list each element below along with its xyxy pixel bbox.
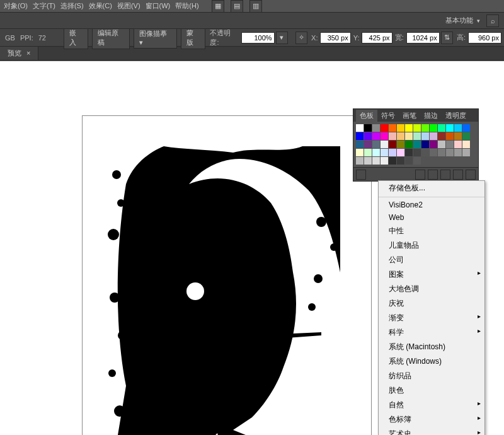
swatch[interactable] (389, 149, 396, 156)
swatch[interactable] (413, 124, 421, 132)
edit-original-button[interactable]: 编辑原稿 (92, 26, 130, 49)
swatch[interactable] (462, 132, 470, 140)
y-input[interactable]: 425 px (362, 32, 392, 44)
x-input[interactable]: 350 px (320, 32, 350, 44)
swatch[interactable] (397, 157, 404, 165)
menu-item[interactable]: Web (379, 211, 484, 224)
swatch[interactable] (372, 124, 380, 132)
swatch[interactable] (356, 141, 364, 148)
menu-item[interactable]: VisiBone2 (379, 199, 484, 211)
tab-symbols[interactable]: 符号 (377, 110, 399, 122)
swatch[interactable] (364, 132, 372, 140)
swatch[interactable] (364, 149, 372, 156)
swatch[interactable] (438, 141, 445, 148)
swatch[interactable] (356, 149, 364, 156)
swatch[interactable] (462, 149, 470, 156)
swatch[interactable] (413, 132, 421, 140)
menu-item[interactable]: 渐变 (379, 311, 484, 325)
menu-help[interactable]: 帮助(H) (175, 1, 198, 11)
swatch[interactable] (454, 141, 462, 148)
menu-item[interactable]: 中性 (379, 224, 484, 238)
swatch[interactable] (413, 157, 421, 165)
swatch[interactable] (397, 124, 404, 132)
menu-item[interactable]: 儿童物品 (379, 238, 484, 253)
swatch[interactable] (405, 157, 413, 165)
menu-item[interactable]: 科学 (379, 325, 484, 340)
swatch[interactable] (389, 132, 396, 140)
swatch[interactable] (397, 141, 404, 148)
menu-item[interactable]: 庆祝 (379, 296, 484, 311)
swatch[interactable] (438, 149, 445, 156)
workspace-switcher[interactable]: 基本功能 (445, 16, 473, 25)
opacity-input[interactable]: 100% (241, 32, 275, 44)
swatch[interactable] (454, 149, 462, 156)
swatch[interactable] (372, 157, 380, 165)
swatch[interactable] (372, 132, 380, 140)
menu-item[interactable]: 肤色 (379, 383, 484, 398)
transform-icon[interactable]: ✧ (295, 32, 307, 44)
delete-swatch-icon[interactable] (466, 170, 476, 180)
menu-item[interactable]: 艺术史 (379, 427, 484, 435)
swatch[interactable] (389, 157, 396, 165)
swatch[interactable] (381, 141, 388, 148)
opacity-more-icon[interactable]: ▾ (276, 32, 288, 44)
swatch[interactable] (364, 157, 372, 165)
menu-icon-2[interactable]: ▤ (231, 0, 243, 13)
swatch[interactable] (430, 124, 437, 132)
tab-stroke[interactable]: 描边 (420, 110, 442, 122)
swatch[interactable] (446, 141, 454, 148)
swatch[interactable] (462, 141, 470, 148)
swatch[interactable] (405, 141, 413, 148)
mask-button[interactable]: 蒙版 (181, 26, 205, 49)
swatch-options-icon[interactable] (428, 170, 438, 180)
swatch[interactable] (438, 124, 445, 132)
menu-item[interactable]: 系统 (Macintosh) (379, 340, 484, 354)
swatch[interactable] (413, 141, 421, 148)
swatch[interactable] (356, 132, 364, 140)
close-tab-icon[interactable]: × (26, 49, 30, 57)
h-input[interactable]: 960 px (468, 32, 501, 44)
menu-item[interactable]: 图案 (379, 267, 484, 282)
document-tab[interactable]: 预览× (0, 47, 38, 60)
menu-item[interactable]: 系统 (Windows) (379, 354, 484, 369)
swatch[interactable] (356, 157, 364, 165)
menu-item[interactable]: 公司 (379, 253, 484, 267)
swatch[interactable] (446, 132, 454, 140)
tab-transparency[interactable]: 透明度 (442, 110, 470, 122)
swatch[interactable] (430, 149, 437, 156)
menu-item[interactable]: 色标簿 (379, 412, 484, 427)
swatch[interactable] (397, 149, 404, 156)
swatch[interactable] (421, 132, 429, 140)
swatch[interactable] (405, 132, 413, 140)
swatch[interactable] (381, 149, 388, 156)
tab-swatches[interactable]: 色板 (356, 110, 377, 122)
image-trace-button[interactable]: 图像描摹 ▾ (134, 27, 177, 49)
show-kind-icon[interactable] (415, 170, 425, 180)
new-swatch-icon[interactable] (453, 170, 463, 180)
search-icon[interactable]: ⌕ (486, 14, 499, 27)
menu-item[interactable]: 存储色板... (379, 181, 484, 195)
swatch[interactable] (389, 141, 396, 148)
menu-effect[interactable]: 效果(C) (89, 1, 112, 11)
swatch[interactable] (364, 124, 372, 132)
swatch-library-icon[interactable] (356, 170, 366, 180)
menu-window[interactable]: 窗口(W) (146, 1, 171, 11)
swatch[interactable] (413, 149, 421, 156)
swatch[interactable] (462, 124, 470, 132)
menu-item[interactable]: 纺织品 (379, 369, 484, 383)
w-input[interactable]: 1024 px (406, 32, 440, 44)
menu-view[interactable]: 视图(V) (117, 1, 140, 11)
link-icon[interactable]: ⇅ (441, 32, 453, 44)
swatch[interactable] (364, 141, 372, 148)
swatch[interactable] (372, 149, 380, 156)
menu-select[interactable]: 选择(S) (60, 1, 84, 11)
swatch[interactable] (454, 124, 462, 132)
swatch[interactable] (381, 132, 388, 140)
swatch[interactable] (446, 149, 454, 156)
swatch[interactable] (405, 149, 413, 156)
swatch[interactable] (381, 157, 388, 165)
menu-item[interactable]: 自然 (379, 398, 484, 412)
swatch[interactable] (446, 124, 454, 132)
swatch[interactable] (397, 132, 404, 140)
swatch[interactable] (430, 141, 437, 148)
